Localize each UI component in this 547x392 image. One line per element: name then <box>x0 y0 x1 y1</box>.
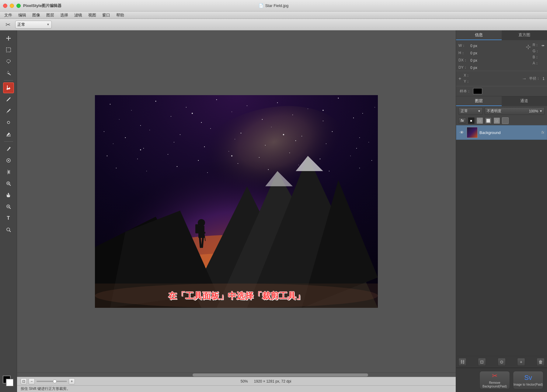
title-bar: PixelStyle图片编辑器 📄 Star Field.jpg <box>0 0 547 12</box>
magic-wand-tool[interactable] <box>3 67 14 78</box>
svg-point-9 <box>8 183 9 184</box>
canvas-scrollbar-horizontal[interactable] <box>17 373 456 377</box>
menu-bar: 文件 编辑 图像 图层 选择 滤镜 视图 窗口 帮助 <box>0 12 547 19</box>
zoom-minus-btn[interactable]: − <box>29 378 35 384</box>
menu-select[interactable]: 选择 <box>57 12 71 19</box>
svg-point-44 <box>359 137 360 138</box>
layer-background[interactable]: 👁 Background fx <box>456 125 547 140</box>
brush-tool[interactable] <box>3 105 14 116</box>
layer-visibility-icon[interactable]: 👁 <box>459 129 465 136</box>
bottom-actions: ✂ Remove Background(Paid) Sv Image to Ve… <box>456 368 547 392</box>
info-g: G： <box>533 49 539 54</box>
menu-filter[interactable]: 滤镜 <box>71 12 85 19</box>
svg-point-73 <box>359 168 360 168</box>
minimize-button[interactable] <box>10 4 14 8</box>
app-logo: PixelStyle图片编辑器 <box>23 3 61 9</box>
menu-window[interactable]: 窗口 <box>99 12 113 19</box>
layers-toolbar: 正常 ▼ 不透明度 100% ▼ <box>456 106 547 116</box>
move-tool[interactable] <box>3 33 14 44</box>
info-left: W： 0 px H： 0 px DX： 0 px DY： 0 px <box>458 43 523 71</box>
layer-name: Background <box>479 130 540 135</box>
color-swatches[interactable] <box>3 376 14 390</box>
fx-button[interactable]: fx <box>458 118 466 124</box>
zoom-tool[interactable] <box>3 178 14 189</box>
remove-bg-label: Remove Background(Paid) <box>480 381 510 388</box>
quick-select-tool[interactable] <box>3 167 14 177</box>
pen-tool[interactable] <box>3 94 14 105</box>
zoom-small-tool[interactable] <box>3 224 14 235</box>
fill-color-btn[interactable]: ■ <box>468 117 475 124</box>
info-panel: 信息 直方图 W： 0 px H： 0 px DX： <box>456 30 547 96</box>
svg-point-23 <box>338 98 339 99</box>
menu-layer[interactable]: 图层 <box>43 12 57 19</box>
tab-info[interactable]: 信息 <box>456 30 502 40</box>
tab-channels[interactable]: 通道 <box>502 96 547 106</box>
menu-image[interactable]: 图像 <box>29 12 43 19</box>
foreground-color-swatch[interactable] <box>6 379 14 387</box>
canvas-wrapper[interactable]: 在「工具面板」中选择「裁剪工具」 <box>17 30 456 373</box>
crosshair-icon: ⊹ <box>526 43 531 50</box>
blend-mode-dropdown[interactable]: 正常 ▼ <box>458 107 483 115</box>
shape-btn[interactable] <box>502 117 509 124</box>
delete-layer-btn[interactable]: 🗑 <box>537 358 545 366</box>
menu-help[interactable]: 帮助 <box>113 12 127 19</box>
zoom-in-tool[interactable] <box>3 201 14 212</box>
crop-icon-toolbar: ✂ <box>2 19 13 30</box>
fit-window-btn[interactable]: ⊡ <box>21 378 27 384</box>
svg-point-24 <box>362 113 363 114</box>
tool-separator-1 <box>4 80 13 81</box>
mask-btn[interactable]: □ <box>476 117 483 124</box>
vector-mask-btn[interactable]: ⬜ <box>485 117 492 124</box>
svg-point-11 <box>7 228 10 231</box>
sample-label: 样本： <box>460 89 471 94</box>
new-layer-from-selection-btn[interactable]: ⊡ <box>478 358 486 366</box>
lasso-tool[interactable] <box>3 56 14 67</box>
arrow-icon: → <box>522 76 527 81</box>
zoom-thumb[interactable] <box>53 380 57 383</box>
sample-swatch[interactable] <box>473 88 482 94</box>
svg-point-37 <box>149 130 150 130</box>
clone-stamp-tool[interactable] <box>3 117 14 128</box>
maximize-button[interactable] <box>16 4 21 8</box>
svg-rect-0 <box>6 48 11 52</box>
status-hint: 按住 Shift 键进行正方形裁剪。 <box>17 385 456 392</box>
svg-point-20 <box>247 105 247 106</box>
adjustment-btn[interactable]: □ <box>493 117 500 124</box>
opacity-dropdown[interactable]: 不透明度 100% ▼ <box>485 107 545 115</box>
tab-layers[interactable]: 图层 <box>456 96 502 106</box>
svg-point-19 <box>216 99 217 100</box>
eraser-tool[interactable] <box>3 129 14 139</box>
svg-point-27 <box>171 116 171 117</box>
zoom-slider[interactable] <box>37 381 67 382</box>
remove-background-btn[interactable]: ✂ Remove Background(Paid) <box>479 371 510 389</box>
main-content: T <box>0 30 547 392</box>
crop-tool[interactable] <box>3 82 14 93</box>
tab-histogram[interactable]: 直方图 <box>502 30 547 40</box>
hand-tool[interactable] <box>3 190 14 201</box>
new-layer-btn[interactable]: + <box>517 358 525 366</box>
canvas-overlay-text: 在「工具面板」中选择「裁剪工具」 <box>168 290 305 302</box>
layer-fx-icon[interactable]: fx <box>542 130 544 135</box>
layers-tabs: 图层 通道 <box>456 96 547 106</box>
close-button[interactable] <box>3 4 7 8</box>
add-mask-btn[interactable]: ⊙ <box>498 358 506 366</box>
menu-view[interactable]: 视图 <box>85 12 99 19</box>
rect-select-tool[interactable] <box>3 44 14 55</box>
menu-edit[interactable]: 编辑 <box>15 12 29 19</box>
layer-thumb-image <box>467 127 477 138</box>
menu-file[interactable]: 文件 <box>1 12 15 19</box>
left-toolbar: T <box>0 30 17 392</box>
mode-dropdown[interactable]: 正常 ▼ <box>15 21 52 29</box>
text-tool[interactable]: T <box>3 213 14 224</box>
svg-point-45 <box>113 143 113 144</box>
heal-tool[interactable] <box>3 155 14 166</box>
image-to-vector-btn[interactable]: Sv Image to Vector(Paid) <box>513 371 543 389</box>
eyedropper-tool[interactable] <box>3 143 14 154</box>
svg-point-62 <box>320 159 320 159</box>
status-info: 50% 1920 × 1281 px, 72 dpi <box>80 379 452 383</box>
window-controls <box>3 4 21 8</box>
zoom-plus-btn[interactable]: + <box>69 378 75 384</box>
link-layers-btn[interactable]: ⛓ <box>458 358 466 366</box>
blend-arrow-icon: ▼ <box>478 109 481 113</box>
scrollbar-thumb-h[interactable] <box>193 373 368 377</box>
